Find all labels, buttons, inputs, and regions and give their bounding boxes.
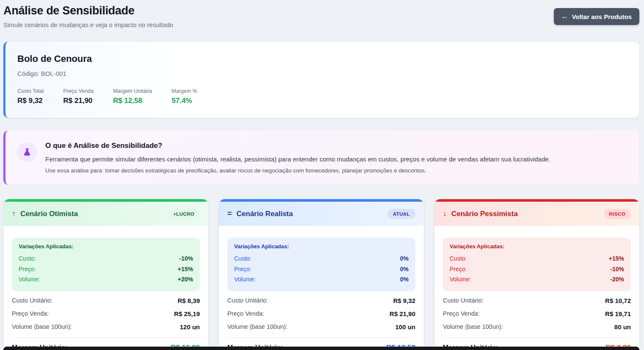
row-value: R$ 21,90 (390, 310, 415, 317)
variation-label: Volume: (19, 274, 40, 285)
row-label: Preço Venda: (443, 310, 480, 317)
divider (443, 337, 631, 338)
scenario-metric-row: Preço Venda: R$ 25,19 (12, 310, 200, 317)
variation-value: 0% (400, 264, 409, 275)
scenario-metric-row: Preço Venda: R$ 19,71 (443, 310, 631, 317)
variation-value: 0% (400, 274, 409, 285)
row-value: R$ 25,19 (174, 310, 200, 317)
variation-row: Custo: +15% (450, 253, 624, 264)
metric-label: Margem % (171, 88, 197, 94)
row-value: 100 un (395, 323, 415, 331)
scenario-metric-row: Volume (base 100un): 80 un (443, 323, 631, 331)
variations-title: Variações Aplicadas: (450, 243, 624, 250)
row-value: 80 un (614, 323, 631, 331)
scenario-title: Cenário Pessimista (451, 210, 604, 218)
variation-label: Preço: (234, 264, 251, 275)
variation-label: Custo: (450, 253, 467, 264)
arrow-up-icon: ↑ (12, 209, 16, 218)
info-title: O que é Análise de Sensibilidade? (45, 142, 550, 150)
back-button-label: Voltar aos Produtos (572, 13, 632, 20)
scenario-body: Variações Aplicadas: Custo: +15% Preço: … (434, 226, 639, 350)
page-header-text: Análise de Sensibilidade Simule cenários… (3, 4, 173, 28)
variation-row: Preço: +15% (19, 264, 193, 275)
sensitivity-analysis-page: Análise de Sensibilidade Simule cenários… (0, 0, 644, 350)
variation-label: Volume: (450, 274, 471, 285)
row-label: Custo Unitário: (12, 297, 53, 304)
row-label: Volume (base 100un): (227, 323, 287, 330)
info-tip: Use essa análise para: tomar decisões es… (45, 167, 550, 174)
variation-value: -10% (179, 253, 193, 264)
metric-value: R$ 12,58 (113, 97, 152, 105)
product-metrics: Custo Total R$ 9,32 Preço Venda R$ 21,90… (17, 88, 627, 105)
variation-value: +15% (178, 264, 193, 275)
arrow-down-icon: ↓ (443, 209, 447, 218)
row-value: R$ 10,72 (605, 297, 631, 304)
scenario-title: Cenário Otimista (20, 210, 168, 218)
metric-label: Custo Total (17, 88, 44, 94)
variations-title: Variações Aplicadas: (234, 243, 409, 250)
scenario-body: Variações Aplicadas: Custo: -10% Preço: … (3, 226, 208, 350)
row-value: R$ 8,39 (177, 297, 200, 304)
scenario-badge: RISCO (604, 209, 631, 219)
product-name: Bolo de Cenoura (17, 53, 627, 64)
variation-value: -20% (610, 274, 624, 285)
variation-row: Preço: -10% (450, 264, 624, 275)
page-title: Análise de Sensibilidade (3, 4, 173, 17)
metric-label: Preço Venda (63, 88, 94, 94)
variation-value: +15% (609, 253, 624, 264)
variation-value: +20% (178, 274, 193, 285)
variations-title: Variações Aplicadas: (19, 243, 193, 250)
variation-row: Volume: 0% (234, 274, 409, 285)
metric-label: Margem Unitária (113, 88, 152, 94)
scenario-badge: +LUCRO (168, 209, 200, 219)
row-label: Preço Venda: (227, 310, 264, 317)
scenario-card-otimista: ↑ Cenário Otimista +LUCRO Variações Apli… (3, 199, 208, 350)
scenario-card-realista: = Cenário Realista ATUAL Variações Aplic… (219, 199, 424, 350)
product-code: Código: BOL-001 (17, 70, 627, 77)
variations-box: Variações Aplicadas: Custo: -10% Preço: … (12, 238, 200, 291)
scenario-grid: ↑ Cenário Otimista +LUCRO Variações Apli… (3, 199, 639, 350)
row-label: Volume (base 100un): (443, 323, 503, 330)
scenario-metric-row: Custo Unitário: R$ 9,32 (227, 297, 415, 304)
variation-row: Preço: 0% (234, 264, 409, 275)
variation-row: Custo: -10% (19, 253, 193, 264)
scenario-metric-row: Custo Unitário: R$ 8,39 (12, 297, 200, 304)
metric-value: 57.4% (171, 97, 197, 105)
metric-margem-unitaria: Margem Unitária R$ 12,58 (113, 88, 152, 105)
row-value: R$ 9,32 (393, 297, 415, 304)
variation-value: -10% (610, 264, 624, 275)
row-value: 120 un (180, 323, 200, 331)
variation-label: Volume: (234, 274, 256, 285)
row-label: Preço Venda: (12, 310, 49, 317)
variation-label: Custo: (19, 253, 36, 264)
divider (12, 337, 200, 338)
info-description: Ferramenta que permite simular diferente… (45, 156, 550, 163)
product-summary-card: Bolo de Cenoura Código: BOL-001 Custo To… (3, 42, 639, 118)
variations-box: Variações Aplicadas: Custo: +15% Preço: … (443, 238, 631, 291)
row-label: Volume (base 100un): (12, 323, 72, 330)
divider (227, 337, 415, 338)
variation-label: Custo: (234, 253, 251, 264)
scenario-badge: ATUAL (387, 209, 415, 219)
variations-box: Variações Aplicadas: Custo: 0% Preço: 0%… (227, 238, 415, 291)
metric-value: R$ 9,32 (17, 97, 44, 105)
scenario-header: ↓ Cenário Pessimista RISCO (434, 202, 639, 226)
scenario-card-pessimista: ↓ Cenário Pessimista RISCO Variações Apl… (434, 199, 639, 350)
metric-preco-venda: Preço Venda R$ 21,90 (63, 88, 94, 105)
variation-row: Custo: 0% (234, 253, 409, 264)
back-to-products-button[interactable]: ← Voltar aos Produtos (554, 8, 639, 25)
variation-row: Volume: +20% (19, 274, 193, 285)
variation-label: Preço: (19, 264, 36, 275)
scenario-body: Variações Aplicadas: Custo: 0% Preço: 0%… (219, 226, 424, 350)
variation-row: Volume: -20% (450, 274, 624, 285)
scenario-header: ↑ Cenário Otimista +LUCRO (3, 202, 208, 226)
row-value: R$ 19,71 (605, 310, 631, 317)
page-header: Análise de Sensibilidade Simule cenários… (3, 4, 639, 28)
scenario-metric-row: Volume (base 100un): 120 un (12, 323, 200, 331)
page-subtitle: Simule cenários de mudanças e veja o imp… (3, 21, 173, 28)
next-section-edge (3, 347, 639, 350)
row-label: Custo Unitário: (443, 297, 484, 304)
variation-label: Preço: (450, 264, 467, 275)
variation-value: 0% (400, 253, 409, 264)
info-box: O que é Análise de Sensibilidade? Ferram… (3, 131, 639, 185)
